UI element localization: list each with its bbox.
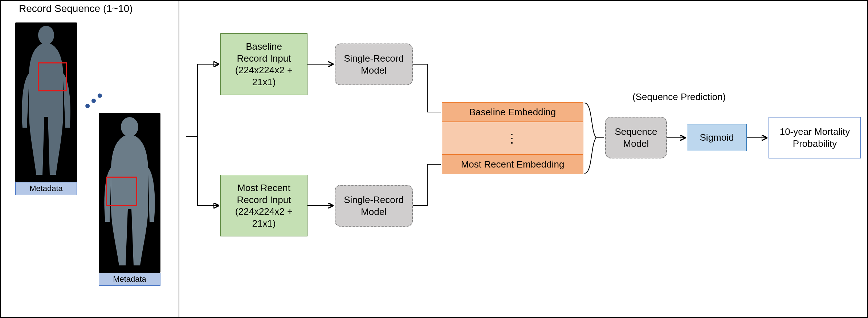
scan-baseline-image bbox=[15, 22, 77, 182]
sequence-model: Sequence Model bbox=[605, 117, 667, 158]
embedding-stack: Baseline Embedding ⋮ Most Recent Embeddi… bbox=[442, 102, 583, 174]
text: 21x1) bbox=[235, 76, 293, 88]
single-record-model-top: Single-Record Model bbox=[335, 44, 413, 85]
scan-recent: Metadata bbox=[99, 113, 160, 286]
record-sequence-title: Record Sequence (1~10) bbox=[19, 3, 133, 15]
svg-point-1 bbox=[121, 117, 138, 137]
roi-box bbox=[106, 177, 137, 206]
text: Record Input bbox=[235, 194, 293, 206]
text: 21x1) bbox=[235, 218, 293, 230]
scan-baseline: Metadata bbox=[15, 22, 77, 195]
baseline-record-input: Baseline Record Input (224x224x2 + 21x1) bbox=[220, 33, 307, 95]
text: Record Input bbox=[235, 53, 293, 65]
text: (224x224x2 + bbox=[235, 206, 293, 218]
sequence-ellipsis-icon bbox=[85, 92, 103, 109]
recent-embedding: Most Recent Embedding bbox=[442, 154, 583, 174]
text: Most Recent bbox=[235, 182, 293, 194]
vertical-divider bbox=[179, 1, 179, 317]
recent-record-input: Most Recent Record Input (224x224x2 + 21… bbox=[220, 175, 307, 236]
roi-box bbox=[38, 62, 67, 91]
svg-point-0 bbox=[38, 26, 54, 45]
single-record-model-bottom: Single-Record Model bbox=[335, 185, 413, 227]
metadata-label: Metadata bbox=[99, 273, 160, 286]
baseline-embedding: Baseline Embedding bbox=[442, 102, 583, 122]
text: (224x224x2 + bbox=[235, 64, 293, 76]
output-block: 10-year Mortality Probability bbox=[769, 117, 861, 158]
sequence-prediction-label: (Sequence Prediction) bbox=[632, 91, 726, 103]
sigmoid-block: Sigmoid bbox=[687, 124, 747, 151]
text: Baseline bbox=[235, 41, 293, 53]
scan-recent-image bbox=[99, 113, 160, 273]
body-silhouette-icon bbox=[15, 22, 77, 182]
embedding-ellipsis: ⋮ bbox=[442, 122, 583, 154]
diagram-frame: Record Sequence (1~10) Metadata bbox=[0, 0, 868, 318]
metadata-label: Metadata bbox=[15, 182, 77, 195]
